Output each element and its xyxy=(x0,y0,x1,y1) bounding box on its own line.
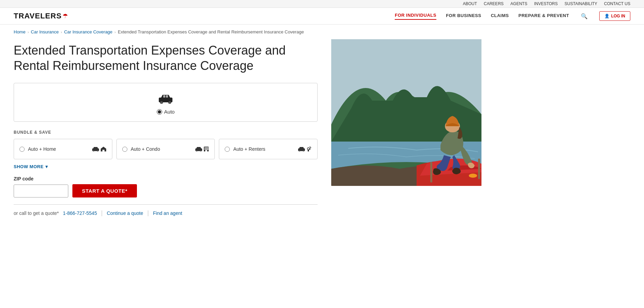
breadcrumb-sep-1: › xyxy=(28,30,29,34)
investors-link[interactable]: INVESTORS xyxy=(534,1,558,6)
bundle-auto-condo-radio[interactable] xyxy=(122,147,127,152)
page-content: Extended Transportation Expenses Coverag… xyxy=(0,39,644,230)
bundle-auto-condo[interactable]: Auto + Condo xyxy=(116,139,215,159)
svg-point-2 xyxy=(168,101,171,104)
call-text: or call to get a quote* xyxy=(14,210,59,216)
umbrella-icon: ☂ xyxy=(62,12,68,20)
cta-links: or call to get a quote* 1-866-727-5545 |… xyxy=(14,209,318,217)
login-button[interactable]: 👤 LOG IN xyxy=(599,11,630,21)
hero-image xyxy=(331,39,481,186)
breadcrumb-sep-3: › xyxy=(114,30,116,34)
user-icon: 👤 xyxy=(604,14,610,18)
bundle-auto-renters[interactable]: Auto + Renters xyxy=(219,139,318,159)
svg-point-1 xyxy=(160,101,163,104)
svg-point-22 xyxy=(307,148,309,150)
svg-point-26 xyxy=(469,174,477,178)
svg-rect-23 xyxy=(308,150,309,151)
bundle-auto-home[interactable]: Auto + Home xyxy=(14,139,112,159)
continue-quote-link[interactable]: Continue a quote xyxy=(107,210,143,216)
prepare-prevent-nav[interactable]: PREPARE & PREVENT xyxy=(518,13,569,19)
svg-rect-28 xyxy=(478,159,480,179)
cta-sep: | xyxy=(101,209,103,217)
svg-rect-29 xyxy=(430,162,432,182)
careers-link[interactable]: CAREERS xyxy=(484,1,504,6)
for-business-nav[interactable]: FOR BUSINESS xyxy=(446,13,481,19)
search-button[interactable]: 🔍 xyxy=(579,12,589,21)
zip-input[interactable] xyxy=(14,185,68,197)
page-title: Extended Transportation Expenses Coverag… xyxy=(14,43,318,73)
about-link[interactable]: ABOUT xyxy=(463,1,477,6)
svg-rect-4 xyxy=(166,95,168,98)
breadcrumb-car-insurance[interactable]: Car Insurance xyxy=(31,29,59,34)
bundle-auto-home-icons xyxy=(92,146,107,152)
auto-option: Auto xyxy=(21,93,310,115)
svg-rect-18 xyxy=(205,150,207,151)
breadcrumb: Home › Car Insurance › Car Insurance Cov… xyxy=(0,25,644,39)
show-more-button[interactable]: SHOW MORE ▾ xyxy=(14,164,48,169)
bundle-auto-renters-radio[interactable] xyxy=(225,147,230,152)
claims-nav[interactable]: CLAIMS xyxy=(491,13,509,19)
zip-section: ZIP code START A QUOTE* xyxy=(14,176,318,197)
left-content: Extended Transportation Expenses Coverag… xyxy=(14,39,318,217)
breadcrumb-current: Extended Transportation Expenses Coverag… xyxy=(118,29,304,34)
logo[interactable]: TRAVELERS☂ xyxy=(14,12,68,20)
bundle-section: BUNDLE & SAVE Auto + Home Auto + Condo xyxy=(14,130,318,169)
zip-label: ZIP code xyxy=(14,176,318,181)
bundle-auto-condo-icons xyxy=(195,146,209,152)
start-quote-button[interactable]: START A QUOTE* xyxy=(72,184,137,197)
bundle-auto-home-radio[interactable] xyxy=(19,147,25,152)
svg-rect-24 xyxy=(309,149,310,150)
auto-radio[interactable] xyxy=(157,109,162,115)
utility-bar: ABOUT CAREERS AGENTS INVESTORS SUSTAINAB… xyxy=(0,0,644,8)
svg-rect-17 xyxy=(207,149,208,150)
svg-rect-13 xyxy=(206,147,207,148)
svg-rect-12 xyxy=(205,147,206,148)
divider xyxy=(14,204,318,205)
breadcrumb-sep-2: › xyxy=(61,30,62,34)
chevron-down-icon: ▾ xyxy=(45,164,48,169)
right-image xyxy=(331,39,481,217)
contact-us-link[interactable]: CONTACT US xyxy=(604,1,630,6)
quote-widget: Auto xyxy=(14,83,318,122)
svg-rect-3 xyxy=(163,95,165,98)
find-agent-link[interactable]: Find an agent xyxy=(153,210,182,216)
for-individuals-nav[interactable]: FOR INDIVIDUALS xyxy=(395,13,436,20)
car-icon xyxy=(157,93,174,106)
svg-rect-14 xyxy=(207,147,208,148)
nav-links: FOR INDIVIDUALS FOR BUSINESS CLAIMS PREP… xyxy=(395,13,569,20)
sustainability-link[interactable]: SUSTAINABILITY xyxy=(564,1,597,6)
cta-sep-2: | xyxy=(147,209,149,217)
agents-link[interactable]: AGENTS xyxy=(510,1,527,6)
breadcrumb-home[interactable]: Home xyxy=(14,29,26,34)
bundle-auto-renters-icons xyxy=(298,146,312,152)
main-nav: TRAVELERS☂ FOR INDIVIDUALS FOR BUSINESS … xyxy=(0,8,644,25)
logo-text: TRAVELERS xyxy=(14,12,62,20)
svg-rect-15 xyxy=(205,149,206,150)
bundle-options: Auto + Home Auto + Condo xyxy=(14,139,318,159)
svg-rect-16 xyxy=(206,149,207,150)
breadcrumb-car-insurance-coverage[interactable]: Car Insurance Coverage xyxy=(64,29,113,34)
phone-link[interactable]: 1-866-727-5545 xyxy=(63,210,97,216)
bundle-title: BUNDLE & SAVE xyxy=(14,130,318,135)
auto-radio-label[interactable]: Auto xyxy=(157,109,175,115)
zip-row: START A QUOTE* xyxy=(14,184,318,197)
search-icon: 🔍 xyxy=(581,13,588,19)
